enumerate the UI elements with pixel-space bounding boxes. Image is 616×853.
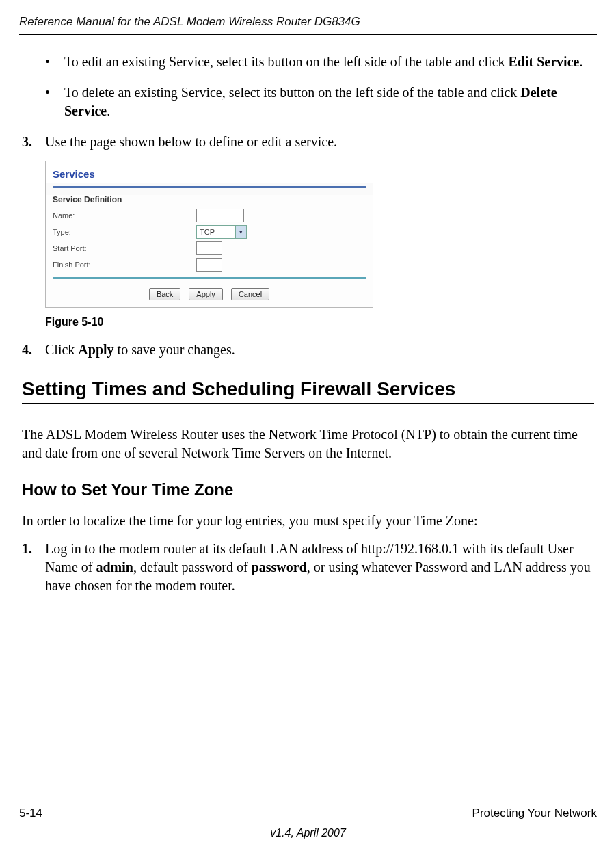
row-name: Name:	[53, 209, 366, 222]
step-text-c: , default password of	[133, 560, 252, 575]
step-3: 3. Use the page shown below to define or…	[22, 133, 594, 151]
bullet-dot: •	[45, 83, 64, 120]
step-1-login: 1. Log in to the modem router at its def…	[22, 540, 594, 595]
step-text-post: to save your changes.	[114, 342, 235, 357]
row-start-port: Start Port:	[53, 241, 366, 255]
footer-version: v1.4, April 2007	[19, 827, 597, 839]
header-rule	[19, 34, 597, 35]
footer-page-number: 5-14	[19, 806, 42, 820]
step-text: Use the page shown below to define or ed…	[45, 133, 337, 151]
subsection-paragraph: In order to localize the time for your l…	[22, 512, 594, 530]
bullet-bold: Edit Service	[509, 54, 580, 69]
step-number: 1.	[22, 540, 45, 595]
select-type[interactable]: TCP ▾	[196, 225, 247, 239]
figure-panel: Services Service Definition Name: Type: …	[45, 161, 373, 308]
figure-subtitle: Service Definition	[53, 195, 366, 205]
label-start-port: Start Port:	[53, 244, 196, 252]
step-text-bold: Apply	[78, 342, 113, 357]
footer-rule	[19, 802, 597, 802]
apply-button[interactable]: Apply	[189, 288, 223, 300]
row-type: Type: TCP ▾	[53, 225, 366, 239]
figure-button-row: Back Apply Cancel	[53, 285, 366, 303]
input-name[interactable]	[196, 209, 244, 222]
step-number: 3.	[22, 133, 45, 151]
step-text-b: admin	[96, 560, 133, 575]
input-finish-port[interactable]	[196, 258, 222, 272]
label-name: Name:	[53, 211, 196, 220]
bullet-text: To delete an existing Service, select it…	[64, 85, 520, 100]
bullet-text: To edit an existing Service, select its …	[64, 54, 509, 69]
cancel-button[interactable]: Cancel	[231, 288, 269, 300]
figure-caption: Figure 5-10	[45, 316, 594, 328]
back-button[interactable]: Back	[149, 288, 180, 300]
input-start-port[interactable]	[196, 241, 222, 255]
running-header: Reference Manual for the ADSL Modem Wire…	[19, 15, 597, 29]
section-paragraph: The ADSL Modem Wireless Router uses the …	[22, 425, 594, 462]
step-text-pre: Click	[45, 342, 78, 357]
bullet-item-edit-service: • To edit an existing Service, select it…	[45, 53, 594, 71]
step-text-d: password	[252, 560, 307, 575]
bullet-dot: •	[45, 53, 64, 71]
step-number: 4.	[22, 341, 45, 359]
step-4: 4. Click Apply to save your changes.	[22, 341, 594, 359]
row-finish-port: Finish Port:	[53, 258, 366, 272]
bullet-text-post: .	[107, 103, 110, 118]
figure-title: Services	[53, 168, 95, 180]
figure-divider-top	[53, 186, 366, 188]
chevron-down-icon: ▾	[235, 226, 246, 238]
figure-services: Services Service Definition Name: Type: …	[45, 161, 594, 308]
section-heading: Setting Times and Scheduling Firewall Se…	[22, 378, 594, 400]
subsection-heading: How to Set Your Time Zone	[22, 480, 594, 499]
figure-divider-bottom	[53, 277, 366, 279]
section-rule	[22, 403, 594, 404]
footer-section-title: Protecting Your Network	[472, 806, 597, 820]
page-footer: 5-14 Protecting Your Network v1.4, April…	[19, 802, 597, 839]
select-type-value: TCP	[200, 228, 215, 236]
bullet-item-delete-service: • To delete an existing Service, select …	[45, 83, 594, 120]
label-type: Type:	[53, 228, 196, 236]
figure-title-row: Services	[46, 161, 373, 183]
bullet-text-post: .	[579, 54, 582, 69]
label-finish-port: Finish Port:	[53, 261, 196, 269]
